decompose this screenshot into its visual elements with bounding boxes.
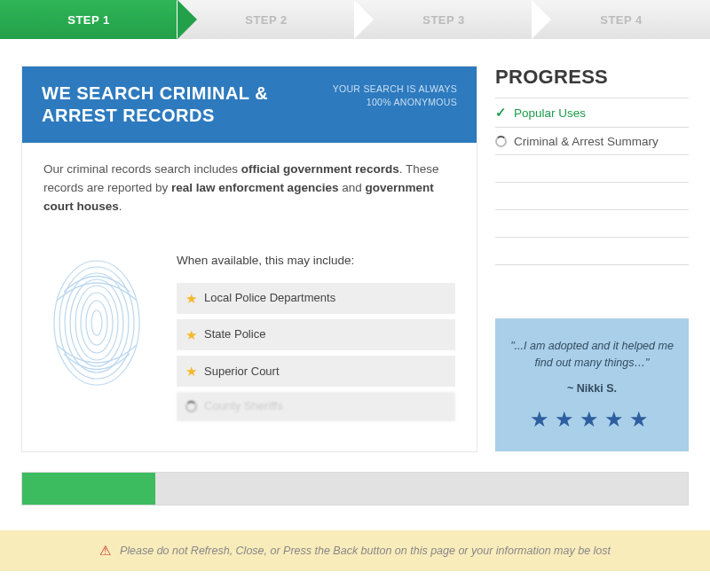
panel-title: WE SEARCH CRIMINAL & ARREST RECORDS [42,82,317,127]
desc-bold: official government records [241,162,399,176]
star-icon: ★ [185,361,197,381]
progress-item-empty [495,237,689,264]
include-item: ★ Local Police Departments [177,283,455,314]
panel-subtitle: YOUR SEARCH IS ALWAYS 100% ANONYMOUS [333,82,457,108]
progress-item-loading: Criminal & Arrest Summary [495,127,689,154]
sidebar: PROGRESS ✓ Popular Uses Criminal & Arres… [495,66,689,452]
include-item-label: County Sheriffs [204,397,283,415]
progress-item-empty [495,209,689,237]
panel-subtitle-line2: 100% ANONYMOUS [333,96,457,109]
panel-header: WE SEARCH CRIMINAL & ARREST RECORDS YOUR… [22,67,477,143]
include-item: ★ Superior Court [177,356,455,387]
panel-body: Our criminal records search includes off… [22,143,477,451]
main-panel: WE SEARCH CRIMINAL & ARREST RECORDS YOUR… [21,66,477,452]
progress-title: PROGRESS [495,66,689,89]
step-2: STEP 2 [178,0,355,39]
testimonial-card: "...I am adopted and it helped me find o… [495,318,689,451]
include-item-label: Local Police Departments [204,289,335,307]
svg-point-7 [91,310,102,335]
warning-text: Please do not Refresh, Close, or Press t… [120,545,611,557]
svg-point-6 [86,301,107,345]
desc-text: and [338,181,365,194]
step-3: STEP 3 [355,0,532,39]
star-icon: ★ [185,325,197,345]
spinner-icon [185,401,197,412]
warning-banner: ⚠ Please do not Refresh, Close, or Press… [0,530,710,571]
desc-bold: real law enforcment agencies [171,181,338,194]
spinner-icon [495,136,507,147]
progress-bar-fill [22,473,155,505]
include-item: ★ State Police [177,319,455,350]
svg-point-4 [75,286,118,360]
progress-item-empty [495,154,689,182]
step-4: STEP 4 [532,0,710,39]
panel-description: Our criminal records search includes off… [43,161,455,216]
progress-item-label: Criminal & Arrest Summary [514,135,659,148]
progress-item-empty [495,264,689,292]
step-1: STEP 1 [0,0,178,39]
testimonial-author: ~ Nikki S. [508,382,676,395]
include-item-loading: County Sheriffs [177,392,455,420]
fingerprint-icon [43,252,150,394]
progress-item-empty [495,182,689,209]
step-bar: STEP 1 STEP 2 STEP 3 STEP 4 [0,0,710,39]
progress-item-done: ✓ Popular Uses [495,98,689,127]
include-item-label: State Police [204,325,265,343]
rating-stars: ★★★★★ [508,407,676,432]
includes-title: When available, this may include: [177,252,455,270]
progress-item-label: Popular Uses [514,106,586,120]
include-item-label: Superior Court [204,363,280,380]
star-icon: ★ [185,288,197,309]
desc-text: Our criminal records search includes [43,162,241,176]
desc-text: . [119,200,122,213]
progress-bar [21,472,689,506]
check-icon: ✓ [495,105,507,121]
testimonial-quote: "...I am adopted and it helped me find o… [508,338,676,372]
warning-icon: ⚠ [99,543,111,559]
panel-subtitle-line1: YOUR SEARCH IS ALWAYS [333,82,457,96]
